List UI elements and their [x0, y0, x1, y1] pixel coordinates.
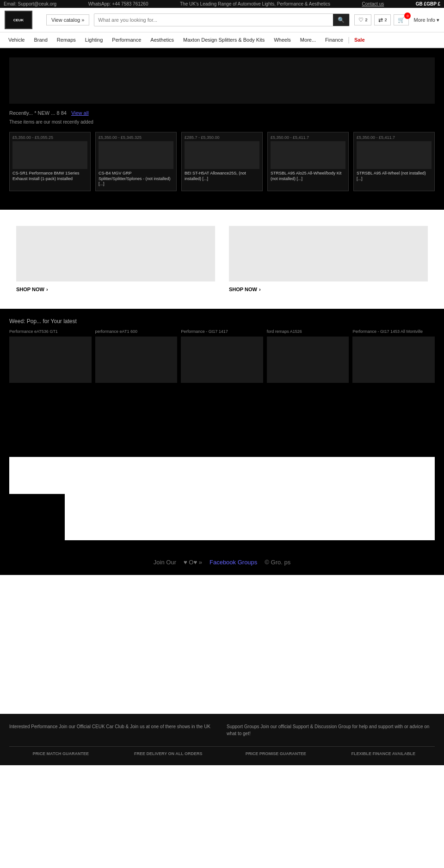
shop-section-lighting: SHOP NOW › [9, 219, 222, 300]
view-all-link[interactable]: View all [71, 110, 89, 116]
announcement-bar: Email: Support@ceuk.org WhatsApp: +44 75… [0, 0, 444, 8]
product-card: £5,350.00 - £5,411.7 STRSBL A95 Alo25 Al… [267, 132, 349, 191]
recently-added-label: Recently... * NEW ... 8 84 [9, 110, 67, 116]
header-icons: ♡ 2 ⇄ 2 🛒 0 [354, 14, 409, 25]
social-section: Join Our ♥ O♥ » Facebook Groups © Gro. p… [0, 550, 444, 575]
product-image [12, 141, 87, 169]
shop-now-lighting-button[interactable]: SHOP NOW › [16, 287, 48, 292]
footer-col-2: Support Groups Join our official Support… [227, 723, 435, 737]
trending-item-label: ford remaps A1526 [267, 329, 349, 334]
product-image [357, 141, 432, 169]
recently-added-header: Recently... * NEW ... 8 84 View all [9, 110, 435, 116]
compare-button[interactable]: ⇄ 2 [374, 14, 391, 25]
product-card: £5,350.00 - £5,055.25 CS-SR1 Performance… [9, 132, 91, 191]
search-button[interactable]: 🔍 [333, 14, 349, 26]
join-text: Join Our [154, 559, 176, 566]
recently-added-sub: These items are our most recently added [9, 119, 435, 125]
compare-icon: ⇄ [378, 17, 383, 23]
site-footer: Interested Performance Join our Official… [0, 714, 444, 765]
trending-item: Performance - Gt17 1453 All Montville [352, 329, 435, 383]
footer-price-promise: PRICE PROMISE GUARANTEE [224, 751, 327, 756]
nav-item-brand[interactable]: Brand [29, 32, 52, 47]
product-image [185, 141, 259, 169]
announcement-contact[interactable]: Contact us [362, 1, 384, 6]
more-info-link[interactable]: More Info ▾ [413, 17, 439, 23]
product-price: £5,350.00 - £5,411.7 [357, 135, 432, 140]
footer-col-1: Interested Performance Join our Official… [9, 723, 217, 737]
trending-item-label: Performance eAT536 GT1 [9, 329, 92, 334]
product-image [271, 141, 345, 169]
announcement-phone: WhatsApp: +44 7583 761260 [88, 1, 148, 6]
wishlist-icon: ♡ [358, 17, 364, 23]
product-price: £5,350.00 - £5,411.7 [271, 135, 345, 140]
facebook-groups-label[interactable]: Facebook Groups [210, 559, 257, 566]
small-white-box [9, 457, 65, 494]
search-area: 🔍 [94, 13, 350, 26]
nav-item-more[interactable]: More... [296, 32, 321, 47]
product-grid: £5,350.00 - £5,055.25 CS-SR1 Performance… [9, 132, 435, 191]
product-card: £5,350.00 - £5,345.325 CS-B4 MGV GRP Spl… [95, 132, 177, 191]
trending-item-label: performance eAT1 600 [95, 329, 178, 334]
arrow-right-icon: › [259, 287, 261, 292]
cart-icon: 🛒 [398, 17, 405, 23]
product-price: £5,350.00 - £5,055.25 [12, 135, 87, 140]
nav-item-lighting[interactable]: Lighting [80, 32, 108, 47]
nav-item-wheels[interactable]: Wheels [269, 32, 296, 47]
trending-section: Weed: Pop... for Your latest Performance… [0, 309, 444, 448]
social-icons: Join Our ♥ O♥ » Facebook Groups © Gro. p… [9, 559, 435, 566]
trending-grid: Performance eAT536 GT1 performance eAT1 … [9, 329, 435, 383]
view-catalog-button[interactable]: View catalog » [46, 14, 89, 25]
nav-item-finance[interactable]: Finance [321, 32, 348, 47]
announcement-currency: GB £GBP £ [416, 1, 440, 6]
main-nav: Vehicle Brand Remaps Lighting Performanc… [0, 32, 444, 48]
wishlist-button[interactable]: ♡ 2 [354, 14, 371, 25]
lighting-shop-image [16, 226, 215, 281]
footer-price-match: PRICE MATCH GUARANTEE [9, 751, 112, 756]
hero-image [9, 57, 435, 104]
footer-flexible-finance: FLEXIBLE FINANCE AVAILABLE [332, 751, 435, 756]
trending-item: ford remaps A1526 [267, 329, 349, 383]
product-card: £5,350.00 - £5,411.7 STRSBL A95 All-Whee… [353, 132, 435, 191]
announcement-tagline: The UK's Leading Range of Automotive Lig… [180, 1, 330, 6]
trending-item-image [95, 337, 178, 383]
trending-header: Weed: Pop... for Your latest [9, 318, 435, 325]
trending-item-image [267, 337, 349, 383]
product-name: BEI ST-H5AT Allowance25S, (not installed… [185, 171, 259, 181]
large-white-box [65, 457, 435, 540]
trending-item: Performance - Gt17 1417 [181, 329, 263, 383]
arrow-right-icon: › [46, 287, 48, 292]
nav-item-sale[interactable]: Sale [350, 32, 370, 47]
product-name: CS-B4 MGV GRP Splitter/Splitter/Splones … [99, 171, 173, 187]
trending-item-image [352, 337, 435, 383]
shop-now-aesthetics-button[interactable]: SHOP NOW › [229, 287, 261, 292]
mixed-section [0, 448, 444, 550]
cart-button[interactable]: 🛒 0 [394, 14, 409, 25]
hero-section: Recently... * NEW ... 8 84 View all Thes… [0, 48, 444, 210]
nav-item-vehicle[interactable]: Vehicle [4, 32, 29, 47]
product-name: STRSBL A95 Alo25 All-Wheel/body Kit (not… [271, 171, 345, 181]
nav-item-maxton[interactable]: Maxton Design Splitters & Body Kits [179, 32, 269, 47]
cart-badge: 0 [404, 12, 411, 19]
group-icon: © Gro. ps [265, 559, 290, 566]
logo-text: CEUK [13, 18, 24, 22]
nav-item-performance[interactable]: Performance [107, 32, 146, 47]
search-input[interactable] [94, 14, 333, 25]
trending-item-image [181, 337, 263, 383]
trending-item-label: Performance - Gt17 1453 All Montville [352, 329, 435, 334]
shop-section-aesthetics: SHOP NOW › [222, 219, 435, 300]
nav-item-aesthetics[interactable]: Aesthetics [146, 32, 179, 47]
product-name: STRSBL A95 All-Wheel (not installed) [..… [357, 171, 432, 181]
white-spacer-section [0, 575, 444, 714]
trending-item: performance eAT1 600 [95, 329, 178, 383]
nav-item-remaps[interactable]: Remaps [52, 32, 80, 47]
product-price: £285.7 - £5,350.00 [185, 135, 259, 140]
heart-icon: ♥ O♥ » [184, 559, 202, 566]
product-card: £285.7 - £5,350.00 BEI ST-H5AT Allowance… [181, 132, 263, 191]
product-name: CS-SR1 Performance BMW 1Series Exhaust I… [12, 171, 87, 181]
aesthetics-shop-image [229, 226, 428, 281]
product-price: £5,350.00 - £5,345.325 [99, 135, 173, 140]
footer-free-delivery: FREE DELIVERY ON ALL ORDERS [117, 751, 220, 756]
trending-item-image [9, 337, 92, 383]
product-image [99, 141, 173, 169]
logo-area: CEUK [5, 11, 42, 29]
